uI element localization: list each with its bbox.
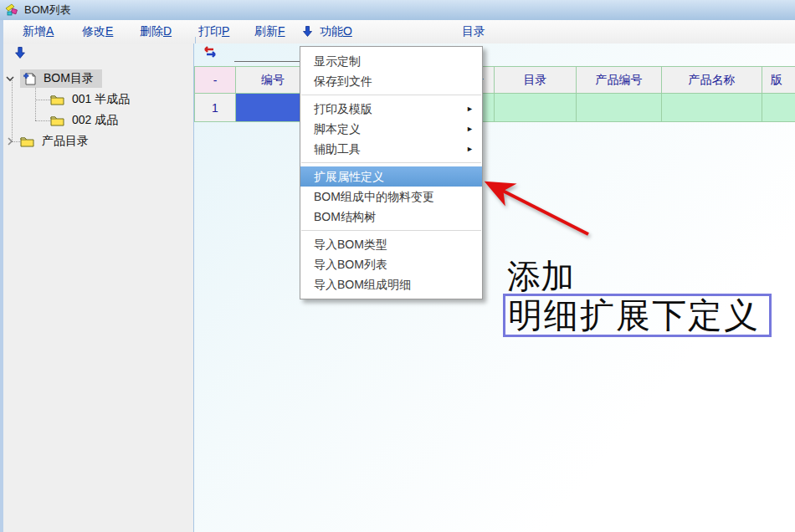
- folder-icon: [50, 115, 64, 126]
- arrow-down-icon[interactable]: [15, 47, 25, 59]
- folder-icon: [50, 94, 64, 105]
- sidebar-item-002[interactable]: 002 成品: [50, 112, 121, 129]
- table-header-row: - 编号 号 目录 产品编号 产品名称 版: [194, 66, 795, 94]
- menu-separator: [301, 162, 481, 163]
- tree-connector: [35, 100, 50, 100]
- chevron-down-icon[interactable]: [5, 74, 15, 84]
- folder-icon: [20, 136, 34, 147]
- annotation-text-line2: 明细扩展下定义: [505, 293, 760, 339]
- column-header-corner[interactable]: -: [194, 66, 236, 94]
- functions-dropdown-menu: 显示定制 保存到文件 打印及模版► 脚本定义► 辅助工具► 扩展属性定义 BOM…: [300, 46, 483, 299]
- menu-separator: [301, 95, 481, 95]
- tree-item-label: 002 成品: [69, 112, 121, 129]
- menu-item-bom-material-change[interactable]: BOM组成中的物料变更: [300, 187, 482, 207]
- menu-separator: [301, 230, 481, 231]
- menu-item-import-bom-list[interactable]: 导入BOM列表: [300, 254, 482, 274]
- menu-item-bom-structure-tree[interactable]: BOM结构树: [300, 207, 482, 227]
- menu-item-import-bom-detail[interactable]: 导入BOM组成明细: [300, 274, 482, 294]
- row-number-cell[interactable]: 1: [194, 94, 236, 122]
- bom-catalog-icon: [22, 72, 37, 86]
- sidebar-tree-panel: BOM目录 001 半成品 002 成品 产品目录: [3, 43, 194, 532]
- submenu-arrow-icon: ►: [466, 99, 474, 119]
- directory-button[interactable]: 目录: [462, 24, 485, 39]
- table-cell[interactable]: [577, 94, 662, 122]
- table-cell[interactable]: [495, 94, 577, 122]
- table-area: - 编号 号 目录 产品编号 产品名称 版 1: [194, 43, 795, 532]
- tree-item-label: BOM目录: [40, 70, 97, 87]
- delete-button[interactable]: 删除D: [140, 24, 172, 39]
- bom-table: - 编号 号 目录 产品编号 产品名称 版 1: [194, 66, 795, 122]
- print-button[interactable]: 打印P: [198, 24, 229, 39]
- add-button[interactable]: 新增A: [23, 24, 54, 39]
- menu-item-save-to-file[interactable]: 保存到文件: [300, 71, 482, 91]
- annotation-box: 明细扩展下定义: [503, 294, 772, 337]
- window-title: BOM列表: [24, 3, 71, 18]
- tree-item-label: 产品目录: [38, 133, 92, 150]
- toolbar: 新增A 修改E 删除D 打印P 刷新F 功能O 目录: [3, 20, 795, 43]
- table-row: 1: [194, 94, 795, 122]
- refresh-button[interactable]: 刷新F: [254, 24, 285, 39]
- submenu-arrow-icon: ►: [466, 139, 474, 159]
- menu-item-extended-attribute-definition[interactable]: 扩展属性定义: [300, 166, 482, 187]
- sidebar-item-bom-catalog[interactable]: BOM目录: [5, 70, 102, 87]
- chevron-right-icon[interactable]: [5, 136, 15, 146]
- table-cell[interactable]: [762, 94, 795, 122]
- tree-item-label: 001 半成品: [69, 91, 133, 108]
- sidebar-item-001[interactable]: 001 半成品: [50, 91, 133, 108]
- menu-item-script-definition[interactable]: 脚本定义►: [300, 119, 482, 139]
- app-icon: [5, 3, 20, 17]
- column-header-product-name[interactable]: 产品名称: [662, 66, 762, 94]
- submenu-arrow-icon: ►: [466, 119, 474, 139]
- menu-item-auxiliary-tools[interactable]: 辅助工具►: [300, 139, 482, 159]
- title-bar: BOM列表: [0, 0, 795, 20]
- column-header-version[interactable]: 版: [762, 66, 795, 94]
- arrow-down-icon: [303, 26, 312, 37]
- table-cell[interactable]: [662, 94, 762, 122]
- sidebar-item-product-catalog[interactable]: 产品目录: [5, 133, 92, 150]
- menu-item-import-bom-type[interactable]: 导入BOM类型: [300, 234, 482, 254]
- column-header-product-number[interactable]: 产品编号: [577, 66, 662, 94]
- tree-connector: [35, 120, 50, 121]
- app-window: BOM列表 新增A 修改E 删除D 打印P 刷新F 功能O 目录: [0, 0, 795, 532]
- menu-item-print-templates[interactable]: 打印及模版►: [300, 99, 482, 119]
- toolbar-separator: [195, 37, 196, 43]
- swap-columns-icon[interactable]: [202, 45, 218, 59]
- menu-item-display-customize[interactable]: 显示定制: [300, 51, 482, 71]
- modify-button[interactable]: 修改E: [82, 24, 113, 39]
- column-header-catalog[interactable]: 目录: [495, 66, 577, 94]
- functions-menu-button[interactable]: 功能O: [303, 24, 352, 39]
